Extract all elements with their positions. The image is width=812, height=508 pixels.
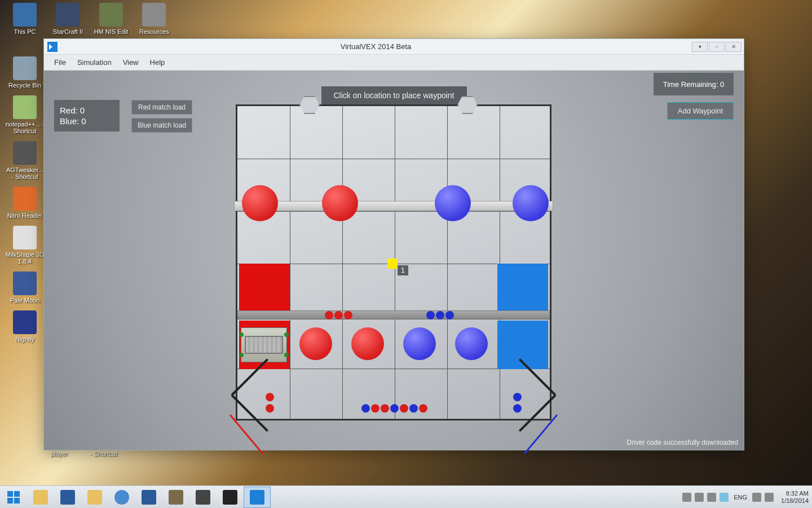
desktop-icon-resources[interactable]: Resources (134, 3, 174, 35)
score-panel: Red: 0 Blue: 0 (54, 100, 120, 132)
desktop-stray-label: - Shortcut (90, 450, 117, 457)
small-ball (334, 311, 343, 319)
desktop-icon-this-pc[interactable]: This PC (5, 3, 45, 35)
med-ball-blue (455, 327, 488, 360)
taskbar-gimp[interactable] (162, 487, 189, 508)
med-ball-blue (403, 327, 436, 360)
titlebar[interactable]: VirtualVEX 2014 Beta ▾ ▫ ✕ (44, 39, 744, 55)
minimize-button[interactable]: ▾ (692, 42, 708, 52)
maximize-button[interactable]: ▫ (709, 42, 725, 52)
taskbar: ENG 8:32 AM 1/18/2014 (0, 485, 812, 508)
menubar: File Simulation View Help (44, 55, 744, 71)
desktop-icon-palemoon[interactable]: Pale Moon (5, 271, 45, 304)
tray-volume-icon[interactable] (765, 493, 774, 502)
small-ball (390, 404, 399, 413)
desktop-icon-agtweaker[interactable]: AGTweaker... - Shortcut (5, 141, 45, 180)
red-zone (239, 264, 290, 312)
med-ball-red (351, 327, 384, 360)
taskbar-files[interactable] (81, 487, 108, 508)
desktop-icon-nsis[interactable]: HM NIS Edit (91, 3, 131, 35)
small-ball (436, 311, 444, 319)
top-bar (234, 201, 553, 211)
tray-clock[interactable]: 8:32 AM 1/18/2014 (781, 490, 809, 505)
tray-lang[interactable]: ENG (734, 494, 747, 501)
window-title: VirtualVEX 2014 Beta (61, 42, 691, 51)
med-ball-red (299, 327, 332, 360)
blue-zone (497, 264, 548, 312)
menu-file[interactable]: File (48, 56, 72, 69)
system-tray: ENG 8:32 AM 1/18/2014 (681, 490, 812, 505)
score-red: Red: 0 (60, 106, 114, 115)
time-remaining: Time Remaining: 0 (654, 73, 734, 95)
small-ball (445, 311, 454, 319)
desktop-icon-starcraft[interactable]: StarCraft II (48, 3, 87, 35)
small-ball (325, 311, 333, 319)
small-ball (371, 404, 379, 413)
small-ball (266, 393, 274, 401)
middle-bar (237, 310, 550, 319)
big-ball-red (242, 185, 278, 221)
corner-brace (231, 395, 268, 432)
small-ball (426, 311, 435, 319)
waypoint-marker[interactable] (387, 259, 398, 269)
add-waypoint-button[interactable]: Add Waypoint (667, 102, 734, 120)
small-ball (513, 404, 522, 413)
taskbar-browser[interactable] (108, 487, 135, 508)
waypoint-prompt: Click on location to place waypoint (321, 86, 466, 104)
blue-match-load-button[interactable]: Blue match load (131, 118, 192, 133)
desktop-icon-milkshape[interactable]: MilkShape 3D 1.8.4 (5, 226, 45, 265)
menu-view[interactable]: View (117, 56, 144, 69)
game-field[interactable]: 1 (236, 104, 551, 421)
small-ball (513, 393, 522, 401)
menu-help[interactable]: Help (144, 56, 171, 69)
small-ball (361, 404, 370, 413)
desktop-icon-nightly[interactable]: Nightly (5, 310, 45, 343)
tray-icon[interactable] (695, 493, 704, 502)
status-text: Driver code successfully downloaded (627, 439, 738, 446)
desktop-stray-label: player (51, 450, 68, 457)
tray-icon[interactable] (707, 493, 716, 502)
red-match-load-button[interactable]: Red match load (131, 100, 192, 115)
taskbar-explorer[interactable] (27, 487, 54, 508)
small-ball (400, 404, 408, 413)
start-button[interactable] (0, 487, 27, 508)
small-ball (266, 404, 274, 413)
tray-network-icon[interactable] (752, 493, 761, 502)
tray-icon[interactable] (682, 493, 691, 502)
small-ball (419, 404, 427, 413)
desktop-icon-recycle-bin[interactable]: Recycle Bin (5, 56, 45, 89)
taskbar-app[interactable] (189, 487, 217, 508)
big-ball-red (322, 185, 358, 221)
viewport[interactable]: Red: 0 Blue: 0 Red match load Blue match… (44, 71, 744, 450)
small-ball (344, 311, 352, 319)
tray-icon[interactable] (720, 493, 729, 502)
taskbar-powershell[interactable] (54, 487, 81, 508)
score-blue: Blue: 0 (60, 116, 114, 126)
desktop-icon-notepadpp[interactable]: notepad++... - Shortcut (5, 95, 45, 134)
close-button[interactable]: ✕ (726, 42, 742, 52)
goal-hex (299, 96, 320, 114)
menu-simulation[interactable]: Simulation (72, 56, 117, 69)
robot[interactable] (241, 327, 287, 362)
taskbar-virtualvex[interactable] (244, 487, 271, 508)
corner-brace (519, 395, 556, 432)
taskbar-unity[interactable] (217, 487, 244, 508)
app-window: VirtualVEX 2014 Beta ▾ ▫ ✕ File Simulati… (43, 38, 744, 450)
big-ball-blue (435, 185, 471, 221)
desktop-icon-nitro[interactable]: Nitro Reader (5, 187, 45, 219)
waypoint-label: 1 (398, 265, 408, 275)
small-ball (381, 404, 389, 413)
taskbar-word[interactable] (135, 487, 162, 508)
small-ball (409, 404, 418, 413)
app-icon (47, 42, 58, 52)
big-ball-blue (513, 185, 549, 221)
